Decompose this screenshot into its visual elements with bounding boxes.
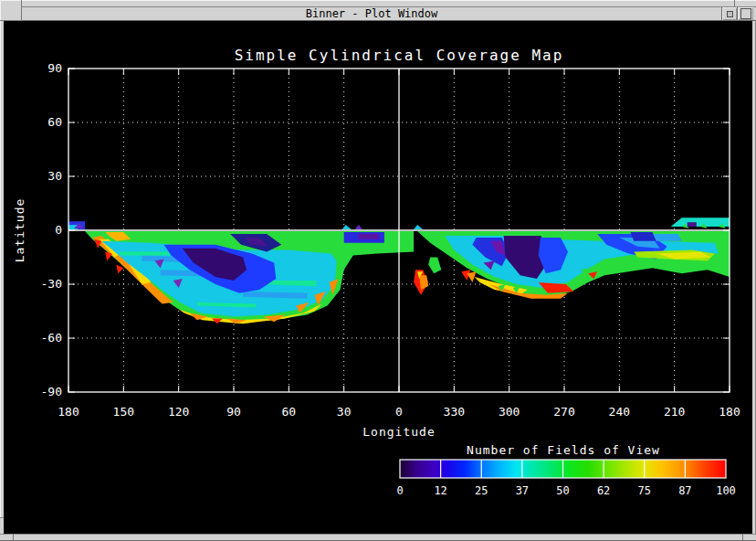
coverage-region-center-green-wedge bbox=[428, 258, 441, 274]
colorbar-tick-label: 100 bbox=[716, 484, 736, 497]
coverage-region-right-tip-orange bbox=[467, 271, 476, 282]
colorbar-tick-label: 37 bbox=[516, 484, 529, 497]
x-tick-label: 180 bbox=[58, 405, 79, 419]
maximize-icon bbox=[740, 8, 751, 19]
right-resize-border[interactable] bbox=[752, 21, 756, 534]
top-right-corner-divider bbox=[734, 0, 735, 7]
colorbar-tick-label: 0 bbox=[396, 484, 403, 497]
bottom-resize-border[interactable] bbox=[0, 534, 756, 541]
x-tick-label: 120 bbox=[168, 405, 189, 419]
bottom-left-corner-divider bbox=[13, 534, 14, 541]
x-tick-label: 330 bbox=[444, 405, 465, 419]
plot-svg: 1801501209060300330300270240210180906030… bbox=[4, 21, 752, 534]
y-tick-label: -60 bbox=[41, 331, 62, 345]
coverage-region-left-rim-red bbox=[116, 264, 123, 273]
coverage-region-equator-specks-purple bbox=[355, 225, 362, 229]
coverage-region-band-purple-patch bbox=[359, 234, 379, 239]
y-tick-label: -90 bbox=[41, 385, 62, 398]
bottom-right-corner-divider bbox=[742, 534, 743, 541]
y-tick-label: 30 bbox=[47, 169, 62, 183]
top-left-resize-corner[interactable] bbox=[0, 0, 22, 21]
x-tick-label: 30 bbox=[337, 405, 352, 419]
coverage-region-right-strip-purple-speck bbox=[688, 222, 697, 227]
colorbar: 012253750627587100 bbox=[396, 460, 735, 497]
coverage-region-right-navy-patch bbox=[630, 232, 656, 241]
x-tick-label: 60 bbox=[282, 405, 297, 419]
plot-window: Binner - Plot Window 1801501209060300330… bbox=[0, 0, 756, 541]
x-tick-label: 180 bbox=[719, 405, 740, 419]
x-tick-label: 0 bbox=[395, 405, 403, 419]
coverage-region-left-teal-streaks bbox=[120, 252, 169, 256]
coverage-region-equator-specks-cyan bbox=[342, 225, 352, 229]
x-tick-label: 240 bbox=[609, 405, 630, 419]
colorbar-tick-label: 75 bbox=[638, 484, 651, 497]
y-tick-label: -30 bbox=[41, 277, 62, 291]
x-axis-label: Longitude bbox=[362, 425, 435, 439]
colorbar-title: Number of Fields of View bbox=[467, 443, 660, 457]
coverage-region-right-lightblue bbox=[653, 234, 682, 241]
y-tick-label: 90 bbox=[47, 61, 62, 75]
titlebar[interactable]: Binner - Plot Window bbox=[0, 7, 756, 21]
plot-canvas: 1801501209060300330300270240210180906030… bbox=[4, 21, 752, 534]
axes bbox=[68, 69, 730, 392]
x-tick-label: 270 bbox=[553, 405, 574, 419]
minimize-icon bbox=[727, 11, 733, 17]
colorbar-tick-label: 50 bbox=[556, 484, 569, 497]
top-resize-border[interactable] bbox=[0, 0, 756, 7]
y-tick-label: 60 bbox=[47, 115, 62, 129]
minimize-button[interactable] bbox=[721, 7, 737, 20]
x-tick-label: 210 bbox=[664, 405, 685, 419]
chart-title: Simple Cylindrical Coverage Map bbox=[235, 47, 564, 64]
coverage-region-equator-specks-cyan bbox=[414, 225, 423, 229]
colorbar-tick-label: 12 bbox=[434, 484, 446, 497]
x-tick-label: 90 bbox=[226, 405, 241, 419]
x-tick-label: 150 bbox=[113, 405, 134, 419]
maximize-button[interactable] bbox=[737, 7, 753, 20]
x-tick-label: 300 bbox=[499, 405, 520, 419]
y-axis-label: Latitude bbox=[13, 198, 26, 263]
colorbar-tick-label: 25 bbox=[475, 484, 488, 497]
window-title: Binner - Plot Window bbox=[24, 8, 719, 20]
y-tick-label: 0 bbox=[55, 223, 62, 237]
colorbar-tick-label: 87 bbox=[678, 484, 691, 497]
colorbar-tick-label: 62 bbox=[597, 484, 610, 497]
